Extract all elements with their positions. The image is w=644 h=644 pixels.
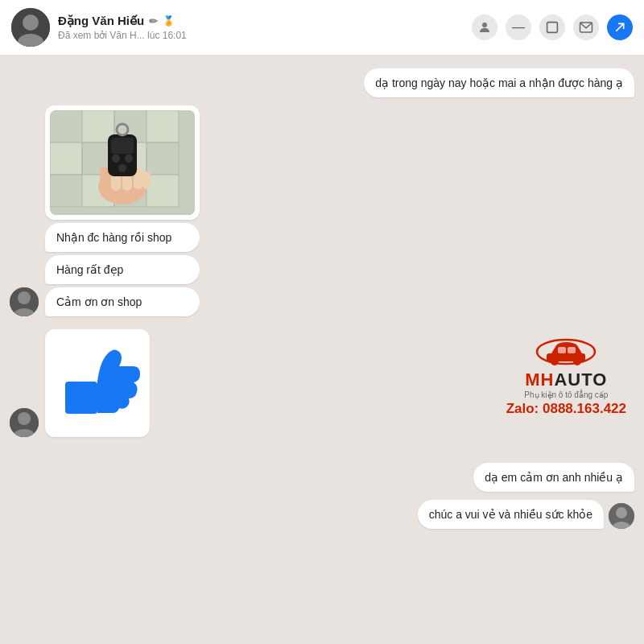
svg-point-32 <box>125 155 133 163</box>
svg-line-6 <box>616 23 623 31</box>
photo-message <box>45 105 200 220</box>
own-avatar <box>609 503 634 529</box>
svg-point-1 <box>23 14 39 31</box>
chat-container: Đặng Văn Hiếu ✏ 🏅 Đã xem bởi Văn H... lú… <box>0 0 644 644</box>
svg-point-31 <box>112 155 120 163</box>
svg-rect-22 <box>147 175 179 207</box>
message-right-1: dạ trong ngày nay hoặc mai a nhận được h… <box>10 68 634 97</box>
message-right-3-row: chúc a vui vẻ và nhiều sức khỏe <box>10 500 634 529</box>
contact-name-text: Đặng Văn Hiếu <box>58 14 144 28</box>
svg-point-36 <box>18 412 31 425</box>
bubble-left-1: Nhận đc hàng rồi shop <box>45 223 200 252</box>
car-key-image <box>50 110 195 215</box>
sender-avatar-2 <box>10 408 39 437</box>
status-text: Đã xem bởi Văn H... lúc 16:01 <box>58 30 472 41</box>
mail-button[interactable] <box>573 14 599 40</box>
edit-icon: ✏ <box>149 15 158 27</box>
svg-point-46 <box>616 507 627 518</box>
person-icon-button[interactable] <box>472 14 497 40</box>
svg-point-8 <box>18 291 31 304</box>
left-messages: Nhận đc hàng rồi shop Hàng rất đẹp Cảm ơ… <box>45 105 200 316</box>
middle-row: MHAUTO Phụ kiện ô tô đẳng cấp Zalo: 0888… <box>10 329 634 437</box>
mh-text: MH <box>525 369 554 390</box>
spacer <box>10 442 634 458</box>
chat-header: Đặng Văn Hiếu ✏ 🏅 Đã xem bởi Văn H... lú… <box>0 0 644 56</box>
svg-point-3 <box>482 23 487 27</box>
svg-rect-14 <box>147 110 179 142</box>
bubble-right-3: chúc a vui vẻ và nhiều sức khỏe <box>418 500 604 529</box>
svg-point-42 <box>573 357 581 365</box>
bubble-left-2: Hàng rất đẹp <box>45 255 200 284</box>
window-button[interactable] <box>539 14 565 40</box>
messages-area: dạ trong ngày nay hoặc mai a nhận được h… <box>0 56 644 644</box>
sender-avatar <box>10 287 39 316</box>
svg-rect-30 <box>111 138 134 154</box>
svg-rect-44 <box>568 347 576 353</box>
auto-text: AUTO <box>554 369 607 390</box>
svg-point-33 <box>118 164 126 172</box>
zalo-contact: Zalo: 0888.163.422 <box>506 401 626 417</box>
bubble-left-3: Cảm ơn ơn shop <box>45 287 200 316</box>
avatar <box>11 8 50 47</box>
verified-icon: 🏅 <box>163 15 175 27</box>
sticker-row <box>10 329 150 437</box>
mh-auto-logo: MHAUTO Phụ kiện ô tô đẳng cấp Zalo: 0888… <box>506 337 626 417</box>
svg-rect-38 <box>65 382 97 414</box>
svg-rect-15 <box>50 142 82 175</box>
svg-rect-28 <box>142 171 151 189</box>
header-info: Đặng Văn Hiếu ✏ 🏅 Đã xem bởi Văn H... lú… <box>58 14 472 41</box>
message-right-2: dạ em cảm ơn anh nhiều ạ <box>10 463 634 492</box>
svg-point-41 <box>551 357 559 365</box>
tagline: Phụ kiện ô tô đẳng cấp <box>506 390 626 399</box>
svg-rect-43 <box>558 347 566 353</box>
bubble-right-2: dạ em cảm ơn anh nhiều ạ <box>473 463 634 492</box>
bubble: dạ trong ngày nay hoặc mai a nhận được h… <box>364 68 634 97</box>
minimize-button[interactable]: — <box>506 14 531 40</box>
thumbs-up-sticker <box>45 329 150 437</box>
contact-name: Đặng Văn Hiếu ✏ 🏅 <box>58 14 472 28</box>
share-button[interactable] <box>607 14 633 40</box>
header-actions: — <box>472 14 633 40</box>
svg-rect-4 <box>547 23 558 33</box>
message-left-group: Nhận đc hàng rồi shop Hàng rất đẹp Cảm ơ… <box>10 105 634 316</box>
